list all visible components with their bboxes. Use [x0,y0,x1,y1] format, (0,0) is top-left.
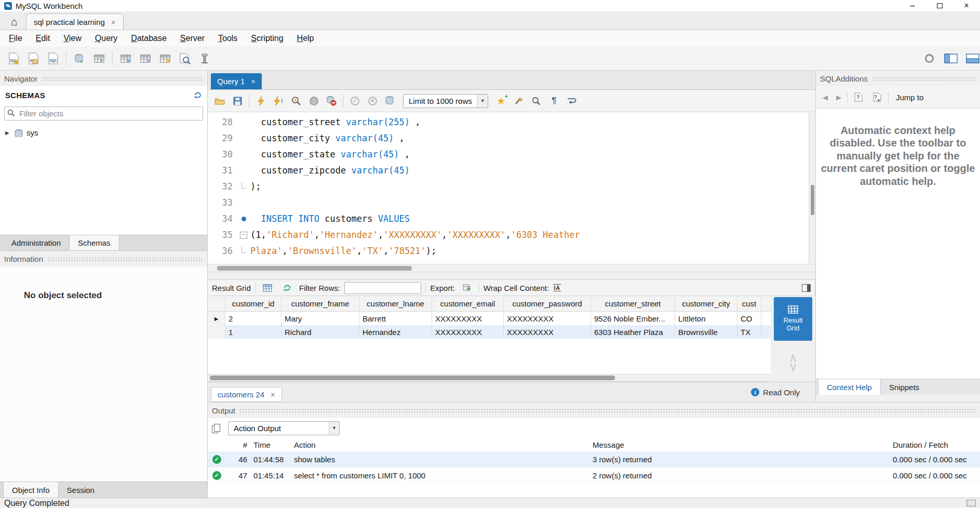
home-tab[interactable]: ⌂ [2,14,26,30]
scrollbar-thumb[interactable] [811,185,814,215]
editor-line[interactable]: 36 Plaza','Brownsville','TX','78521'); [208,243,815,259]
filter-objects-input[interactable] [4,106,203,121]
search-table-data-icon[interactable] [177,50,193,68]
menu-item-help[interactable]: Help [290,34,321,43]
toggle-preview-panel-icon[interactable] [802,284,811,292]
scrollbar-thumb[interactable] [210,376,615,380]
new-table-icon[interactable]: + [91,50,108,68]
refresh-schemas-icon[interactable] [194,91,202,99]
query-tab-close-icon[interactable]: × [251,77,256,86]
editor-line[interactable]: 33 [208,195,815,211]
editor-line[interactable]: 31 customer_zipcode varchar(45) [208,163,815,179]
menu-item-query[interactable]: Query [88,34,125,43]
result-tab-close-icon[interactable]: × [271,390,275,399]
toggle-context-help-icon[interactable]: ? [869,89,885,105]
navigator-tab-administration[interactable]: Administration [3,235,69,250]
grid-cell[interactable]: TX [737,325,761,339]
document-tab[interactable]: sql practical learning × [26,14,124,30]
output-column-header[interactable]: Message [589,438,890,451]
refresh-grid-icon[interactable] [279,280,295,296]
grid-column-header[interactable]: customer_fname [281,296,359,311]
tab-close-icon[interactable]: × [111,18,116,26]
editor-line[interactable]: 32 ); [208,179,815,195]
grid-cell[interactable]: Richard [281,325,359,339]
limit-rows-select[interactable]: Limit to 1000 rows▼ [403,94,488,108]
filter-rows-input[interactable] [344,282,421,294]
result-grid-side-tab[interactable]: Result Grid [774,297,812,341]
grid-cell[interactable]: 2 [225,312,281,325]
additions-tab-snippets[interactable]: Snippets [881,379,928,395]
editor-horizontal-scrollbar[interactable] [208,264,815,272]
scrollbar-thumb[interactable] [217,266,412,271]
grid-cell[interactable]: Mary [281,312,359,325]
dropdown-arrow-icon[interactable]: ▼ [329,422,339,435]
rollback-icon[interactable]: ✕ [365,93,380,109]
grid-row[interactable]: 1RichardHernandezXXXXXXXXXXXXXXXXXX6303 … [208,325,771,339]
execute-current-icon[interactable]: I [271,93,286,109]
menu-item-tools[interactable]: Tools [211,34,244,43]
additions-tab-context-help[interactable]: Context Help [818,379,881,395]
editor-line[interactable]: 34 INSERT INTO customers VALUES [208,211,815,227]
open-sql-script-icon[interactable]: SQL [25,50,42,68]
grid-column-header[interactable]: cust [737,296,761,311]
grid-cell[interactable]: Littleton [675,312,737,325]
grid-horizontal-scrollbar[interactable] [208,374,771,381]
toggle-sidebar-icon[interactable] [943,50,959,68]
grid-cell[interactable]: XXXXXXXXX [504,325,591,339]
panel-splitter[interactable] [208,272,815,279]
grid-cell[interactable]: 1 [225,325,281,339]
new-sql-tab-icon[interactable]: SQL [5,50,22,68]
editor-line[interactable]: 30 customer_state varchar(45) , [208,146,815,163]
menu-item-server[interactable]: Server [173,34,211,43]
row-selector[interactable] [208,325,225,339]
grid-cell[interactable]: Barrett [359,312,432,325]
wrap-icon[interactable] [564,93,580,109]
dropdown-arrow-icon[interactable]: ▼ [477,95,488,108]
invisibles-icon[interactable]: ¶ [546,93,562,109]
plugin-wizard-icon[interactable] [196,50,213,68]
expand-icon[interactable]: ▶ [5,130,10,136]
grid-column-header[interactable]: customer_city [675,296,737,311]
close-button[interactable]: × [953,0,980,11]
save-snippet-icon[interactable]: ★ [493,93,509,109]
commit-icon[interactable]: ✓ [347,93,363,109]
wrap-cell-content-icon[interactable]: IA [553,284,561,291]
sidebar-tab-object-info[interactable]: Object Info [3,482,59,498]
toggle-output-panel-icon[interactable] [964,50,980,68]
chevron-down-icon[interactable]: ∨ [788,362,798,371]
grid-cell[interactable]: 9526 Noble Ember... [591,312,675,325]
grid-cell[interactable]: Brownsville [675,325,737,339]
beautify-icon[interactable] [511,93,527,109]
back-icon[interactable]: ◀ [820,93,830,101]
grid-cell[interactable]: XXXXXXXXX [432,325,504,339]
forward-icon[interactable]: ▶ [834,93,844,101]
sql-editor[interactable]: 28 customer_street varchar(255) , 29 cus… [208,112,815,264]
menu-item-scripting[interactable]: Scripting [244,34,290,43]
grid-column-header[interactable]: customer_id [225,296,281,311]
collapse-chevrons[interactable]: ∧ ∨ [788,353,798,371]
new-view-icon[interactable] [117,50,134,68]
sidebar-tab-session[interactable]: Session [59,482,103,498]
grid-cell[interactable]: XXXXXXXXX [504,312,591,325]
result-set-tab[interactable]: customers 24 × [211,387,282,402]
jump-to-button[interactable]: Jump to [892,93,928,102]
output-column-header[interactable]: Action [291,438,589,451]
save-icon[interactable] [230,93,245,109]
select-all-cell[interactable] [208,296,225,311]
grid-view-icon[interactable] [260,280,275,296]
query-tab[interactable]: Query 1 × [211,73,262,89]
grid-cell[interactable]: CO [737,312,761,325]
schema-tree-item[interactable]: ▶ sys [0,126,207,140]
output-row[interactable]: ✓ 47 01:45:14 select * from customers LI… [208,467,980,484]
stop-icon[interactable] [306,93,321,109]
grid-cell[interactable]: Hernandez [359,325,432,339]
context-help-icon[interactable]: ? [851,89,866,105]
editor-line[interactable]: 29 customer_city varchar(45) , [208,130,815,146]
grid-cell[interactable]: XXXXXXXXX [432,312,504,325]
minimize-button[interactable]: – [899,0,926,11]
copy-output-icon[interactable] [212,424,220,433]
new-procedure-icon[interactable] [137,50,154,68]
row-selector[interactable]: ▶ [208,312,225,325]
output-column-header[interactable]: Duration / Fetch [890,438,980,451]
menu-item-view[interactable]: View [57,34,88,43]
